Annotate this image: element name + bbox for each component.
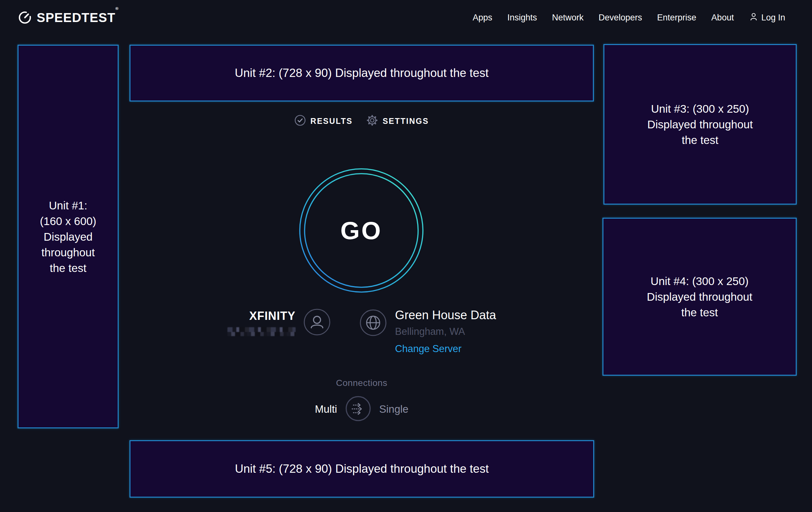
- gear-icon: [366, 114, 378, 128]
- tab-settings[interactable]: SETTINGS: [366, 114, 429, 128]
- change-server-link[interactable]: Change Server: [395, 343, 462, 355]
- isp-info: XFINITY: [227, 308, 331, 337]
- ad-unit-3-rectangle: Unit #3: (300 x 250) Displayed throughou…: [603, 44, 797, 205]
- ip-address-redacted: [227, 327, 296, 336]
- connections-multi-option[interactable]: Multi: [315, 403, 337, 415]
- nav-item-insights[interactable]: Insights: [508, 13, 537, 23]
- ad-text: Unit #5: (728 x 90) Displayed throughout…: [235, 462, 489, 476]
- ad-text: (160 x 600): [40, 213, 96, 229]
- connections-single-option[interactable]: Single: [379, 403, 409, 415]
- isp-name: XFINITY: [250, 309, 296, 323]
- trademark-mark: ®: [115, 6, 119, 11]
- ad-text: Displayed throughout: [647, 116, 753, 132]
- person-icon: [749, 12, 758, 24]
- speedtest-logo[interactable]: SPEEDTEST®: [18, 9, 119, 26]
- ad-text: Displayed: [44, 229, 93, 244]
- ad-text: the test: [682, 132, 719, 148]
- ad-text: the test: [681, 304, 718, 320]
- login-button[interactable]: Log In: [749, 12, 785, 24]
- go-button[interactable]: GO: [298, 168, 424, 293]
- ad-text: Unit #2: (728 x 90) Displayed throughout…: [235, 66, 489, 80]
- nav-item-enterprise[interactable]: Enterprise: [657, 13, 696, 23]
- ad-unit-1-skyscraper: Unit #1: (160 x 600) Displayed throughou…: [18, 45, 119, 428]
- server-info: Green House Data Bellingham, WA Change S…: [359, 308, 496, 355]
- results-settings-tabs: RESULTS SETTINGS: [129, 114, 594, 128]
- server-name: Green House Data: [395, 308, 496, 322]
- connection-info-row: XFINITY Green House Data Bellingham,: [129, 308, 594, 355]
- tab-results-label: RESULTS: [310, 116, 352, 126]
- ad-text: Displayed throughout: [647, 289, 752, 304]
- connections-toggle-button[interactable]: [345, 396, 371, 423]
- ad-unit-2-leaderboard: Unit #2: (728 x 90) Displayed throughout…: [129, 45, 594, 102]
- connections-label: Connections: [336, 378, 387, 388]
- ad-text: the test: [50, 260, 86, 276]
- login-label: Log In: [761, 13, 785, 23]
- ad-unit-5-leaderboard: Unit #5: (728 x 90) Displayed throughout…: [129, 440, 594, 497]
- gauge-icon: [18, 9, 32, 26]
- multi-arrows-icon: [345, 417, 371, 422]
- ad-text: throughout: [41, 244, 95, 260]
- nav-item-network[interactable]: Network: [552, 13, 584, 23]
- ad-unit-4-rectangle: Unit #4: (300 x 250) Displayed throughou…: [603, 218, 797, 376]
- ad-text: Unit #1:: [49, 197, 87, 213]
- server-location: Bellingham, WA: [395, 326, 465, 338]
- ad-text: Unit #4: (300 x 250): [650, 273, 749, 289]
- logo-text: SPEEDTEST®: [37, 10, 119, 25]
- check-circle-icon: [294, 115, 306, 127]
- tab-results[interactable]: RESULTS: [294, 115, 352, 127]
- go-label: GO: [298, 168, 424, 293]
- top-nav-bar: SPEEDTEST® Apps Insights Network Develop…: [0, 0, 812, 35]
- person-circle-icon[interactable]: [303, 308, 331, 337]
- nav-item-developers[interactable]: Developers: [599, 13, 642, 23]
- globe-icon[interactable]: [359, 309, 387, 338]
- main-nav: Apps Insights Network Developers Enterpr…: [473, 12, 785, 24]
- ad-text: Unit #3: (300 x 250): [651, 101, 749, 116]
- tab-settings-label: SETTINGS: [383, 116, 429, 126]
- nav-item-apps[interactable]: Apps: [473, 13, 492, 23]
- connections-section: Connections Multi Single: [129, 378, 594, 423]
- nav-item-about[interactable]: About: [711, 13, 734, 23]
